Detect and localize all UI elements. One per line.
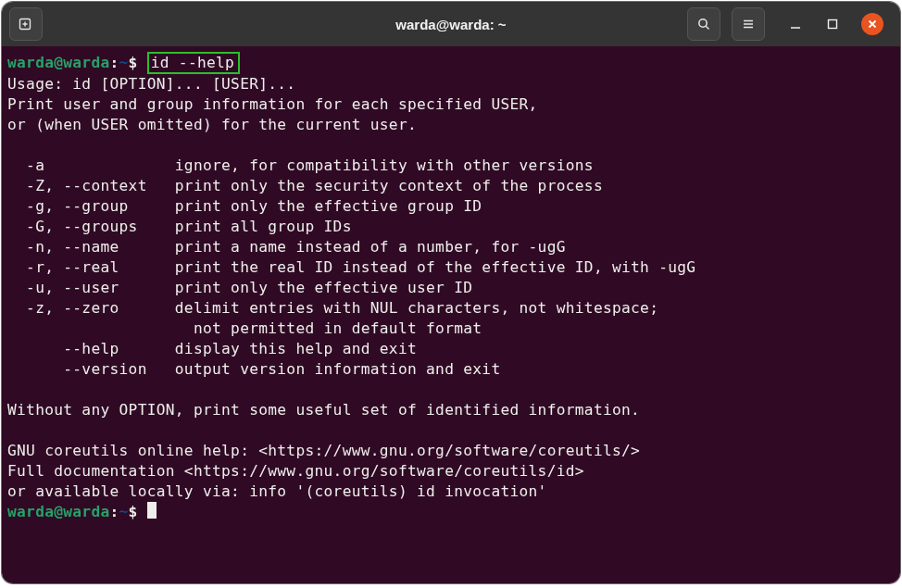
- new-tab-button[interactable]: [9, 7, 43, 41]
- output-line: Without any OPTION, print some useful se…: [7, 401, 640, 419]
- prompt-dollar: $: [129, 503, 147, 520]
- output-line: -g, --group print only the effective gro…: [7, 197, 482, 215]
- output-line: or (when USER omitted) for the current u…: [7, 116, 417, 133]
- output-line: or available locally via: info '(coreuti…: [7, 482, 547, 500]
- output-line: Print user and group information for eac…: [7, 95, 538, 113]
- close-icon: [867, 19, 878, 30]
- output-line: -n, --name print a name instead of a num…: [7, 238, 566, 256]
- cursor: [147, 502, 157, 519]
- svg-rect-9: [829, 20, 837, 29]
- output-line: --help display this help and exit: [7, 340, 417, 357]
- output-line: -a ignore, for compatibility with other …: [7, 156, 594, 174]
- menu-button[interactable]: [732, 7, 765, 41]
- output-line: -Z, --context print only the security co…: [7, 177, 603, 194]
- minimize-button[interactable]: [787, 16, 804, 32]
- command-text: id --help: [151, 54, 234, 71]
- prompt-colon: :: [110, 503, 119, 520]
- titlebar-right-controls: [687, 7, 893, 41]
- search-button[interactable]: [687, 7, 720, 41]
- output-line: -u, --user print only the effective user…: [7, 279, 472, 296]
- minimize-icon: [789, 18, 802, 31]
- output-line: -z, --zero delimit entries with NUL char…: [7, 299, 658, 317]
- svg-line-4: [706, 26, 708, 29]
- prompt-user-host: warda@warda: [7, 54, 110, 71]
- output-line: --version output version information and…: [7, 360, 500, 378]
- hamburger-icon: [741, 17, 756, 31]
- prompt-colon: :: [110, 54, 119, 71]
- terminal-window: warda@warda: ~: [2, 2, 900, 583]
- maximize-icon: [826, 18, 839, 31]
- svg-point-3: [699, 19, 707, 27]
- output-line: -G, --groups print all group IDs: [7, 218, 352, 235]
- terminal-body[interactable]: warda@warda:~$ id --help Usage: id [OPTI…: [2, 46, 900, 583]
- maximize-button[interactable]: [824, 16, 841, 32]
- terminal-content: warda@warda:~$ id --help Usage: id [OPTI…: [7, 52, 895, 522]
- search-icon: [696, 17, 711, 31]
- output-line: GNU coreutils online help: <https://www.…: [7, 442, 640, 459]
- output-line: -r, --real print the real ID instead of …: [7, 258, 695, 276]
- command-highlight: id --help: [147, 52, 240, 74]
- prompt-user-host: warda@warda: [7, 503, 110, 520]
- window-controls: [787, 13, 883, 35]
- output-line: Usage: id [OPTION]... [USER]...: [7, 75, 295, 93]
- new-tab-icon: [19, 17, 33, 31]
- prompt-path: ~: [119, 54, 129, 71]
- titlebar-left-controls: [9, 7, 43, 41]
- prompt-path: ~: [119, 503, 129, 520]
- output-line: not permitted in default format: [7, 319, 482, 337]
- close-button[interactable]: [861, 13, 883, 35]
- titlebar: warda@warda: ~: [2, 2, 900, 46]
- prompt-dollar: $: [129, 54, 147, 71]
- output-line: Full documentation <https://www.gnu.org/…: [7, 462, 584, 480]
